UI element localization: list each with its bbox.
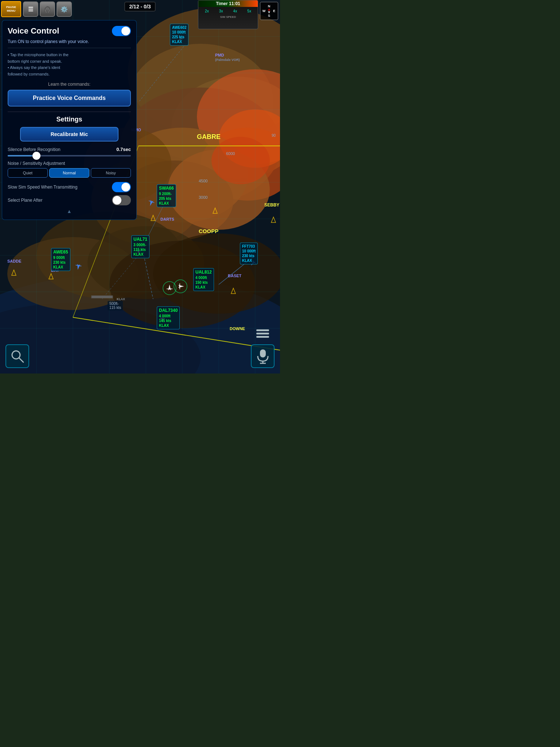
plane-label-dal7340[interactable]: DAL7340 4 000ft 145 kts KLAX — [157, 306, 180, 329]
select-plane-label: Select Plane After — [8, 198, 112, 203]
svg-text:90: 90 — [272, 133, 276, 138]
plane-label-awe65[interactable]: AWE65 9 000ft 230 kts KLAX — [51, 248, 70, 271]
waypoint-coopp: COOPP — [199, 228, 218, 234]
klax-runway-label: KLAX — [117, 297, 125, 301]
practice-voice-commands-button[interactable]: Practice Voice Commands — [8, 90, 131, 107]
voice-control-panel: Voice Control Turn ON to control planes … — [2, 20, 137, 220]
svg-line-83 — [19, 358, 23, 362]
svg-point-20 — [153, 233, 280, 314]
noise-label: Noise / Sensitivity Adjustment — [8, 161, 131, 166]
stack-button[interactable] — [251, 326, 275, 341]
panel-instructions: • Tap the microphone button in thebottom… — [8, 48, 131, 77]
magnify-button[interactable] — [5, 344, 29, 368]
waypoint-sadde: SADDE — [7, 259, 22, 263]
silence-slider[interactable] — [8, 155, 131, 156]
pause-menu-button[interactable]: PAUSE MENU — [1, 1, 21, 17]
list-icon-button[interactable]: ☰ — [23, 1, 38, 17]
alt-label-500: 500ft- 115 kts — [108, 301, 123, 310]
svg-rect-84 — [260, 349, 266, 357]
svg-text:4500: 4500 — [199, 179, 207, 183]
slow-sim-label: Slow Sim Speed When Transmitting — [8, 185, 112, 190]
slow-sim-toggle[interactable] — [112, 182, 131, 192]
noise-noisy-button[interactable]: Noisy — [91, 168, 131, 178]
svg-text:6000: 6000 — [226, 151, 235, 156]
plane-label-ual71[interactable]: UAL71 3 000ft- 115 kts KLAX — [131, 235, 149, 258]
svg-text:3000: 3000 — [199, 195, 207, 200]
stack-icon — [256, 329, 269, 338]
waypoint-gabre: GABRE — [197, 133, 221, 141]
waypoint-sebby: SEBBY — [264, 202, 279, 208]
learn-label: Learn the commands: — [8, 82, 131, 87]
silence-label: Silence Before Recognition — [8, 147, 113, 152]
voice-control-toggle[interactable] — [112, 26, 131, 36]
top-hud: PAUSE MENU ☰ 🎧 ⚙️ — [0, 0, 280, 18]
microphone-icon — [256, 349, 269, 364]
waypoint-baset: BASET — [228, 274, 241, 278]
plane-label-ual812[interactable]: UAL812 4 000ft 150 kts KLAX — [193, 268, 214, 291]
svg-rect-64 — [92, 296, 112, 298]
noise-quiet-button[interactable]: Quiet — [8, 168, 48, 178]
microphone-button[interactable] — [251, 344, 275, 368]
panel-subtitle: Turn ON to control planes with your voic… — [8, 39, 131, 44]
waypoint-pmd: PMD (Palmdale VOR) — [215, 53, 240, 62]
plane-label-fft703[interactable]: FFT703 10 000ft 230 kts KLAX — [240, 243, 258, 264]
panel-expand-arrow[interactable]: ▲ — [8, 208, 131, 214]
magnify-icon — [10, 349, 25, 364]
noise-normal-button[interactable]: Normal — [49, 168, 89, 178]
plane-label-awe602[interactable]: AWE602 10 000ft 225 kts KLAX — [170, 24, 188, 46]
settings-icon-button[interactable]: ⚙️ — [57, 1, 72, 17]
headset-icon-button[interactable]: 🎧 — [40, 1, 55, 17]
recalibrate-mic-button[interactable]: Recalibrate Mic — [20, 127, 118, 142]
silence-value: 0.7sec — [116, 147, 131, 152]
settings-title: Settings — [8, 112, 131, 123]
waypoint-darts: DARTS — [160, 217, 174, 221]
plane-label-swa66[interactable]: SWA66 9 200ft- 205 kts KLAX — [157, 184, 176, 207]
panel-title: Voice Control — [8, 26, 59, 36]
select-plane-toggle[interactable] — [112, 195, 131, 205]
waypoint-downe: DOWNE — [230, 326, 245, 331]
svg-point-15 — [211, 137, 270, 184]
noise-buttons: Quiet Normal Noisy — [8, 168, 131, 178]
